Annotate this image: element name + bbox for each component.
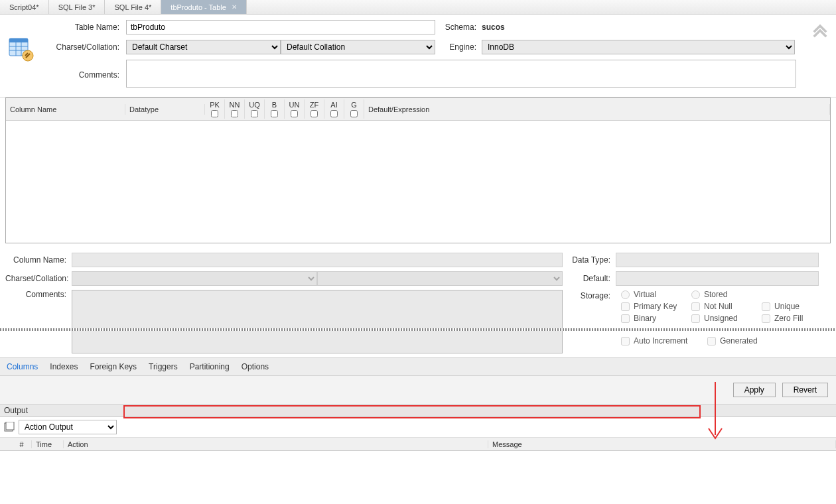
svg-rect-9 [6, 422, 14, 430]
column-charset-select [72, 271, 317, 286]
check-binary[interactable]: Binary [621, 314, 678, 323]
output-columns-header: # Time Action Message [0, 438, 836, 451]
subtab-triggers[interactable]: Triggers [147, 361, 179, 373]
check-zero-fill[interactable]: Zero Fill [762, 314, 819, 323]
output-col-time[interactable]: Time [32, 440, 64, 448]
output-toolbar: Action Output [0, 417, 836, 438]
engine-select[interactable]: InnoDB [482, 40, 795, 54]
check-auto-increment[interactable]: Auto Increment [621, 336, 694, 346]
radio-stored[interactable]: Stored [691, 290, 748, 299]
grid-header-g[interactable]: G [344, 99, 364, 119]
schema-value: sucos [482, 23, 505, 32]
output-history-icon[interactable] [4, 422, 15, 432]
grid-header-b[interactable]: B [265, 99, 285, 119]
subtab-indexes[interactable]: Indexes [48, 361, 79, 373]
check-not-null[interactable]: Not Null [691, 302, 748, 311]
tab-label: SQL File 4* [114, 3, 151, 11]
tab-script04[interactable]: Script04* [0, 0, 49, 14]
tab-label: tbProduto - Table [171, 3, 226, 11]
collapse-panel-icon[interactable] [811, 21, 829, 40]
revert-button[interactable]: Revert [782, 383, 828, 397]
grid-header-zf[interactable]: ZF [305, 99, 324, 119]
label-data-type: Data Type: [563, 255, 616, 265]
column-details: Column Name: Data Type: Charset/Collatio… [0, 249, 836, 353]
subtab-options[interactable]: Options [240, 361, 270, 373]
label-charset-collation2: Charset/Collation: [5, 274, 72, 283]
output-col-action[interactable]: Action [64, 440, 488, 448]
collation-select[interactable]: Default Collation [281, 40, 435, 54]
output-col-message[interactable]: Message [488, 440, 836, 448]
default-input [616, 271, 819, 286]
table-name-input[interactable] [126, 20, 435, 34]
label-table-name: Table Name: [5, 23, 126, 32]
editor-tabbar: Script04* SQL File 3* SQL File 4* tbProd… [0, 0, 836, 15]
check-primary-key[interactable]: Primary Key [621, 302, 678, 311]
check-unsigned[interactable]: Unsigned [691, 314, 748, 323]
editor-subtabs: Columns Indexes Foreign Keys Triggers Pa… [0, 357, 836, 376]
columns-grid[interactable]: Column Name Datatype PK NN UQ B UN ZF AI… [5, 97, 831, 243]
apply-button[interactable]: Apply [733, 383, 776, 397]
svg-rect-1 [9, 38, 28, 42]
grid-header-row: Column Name Datatype PK NN UQ B UN ZF AI… [6, 98, 830, 121]
charset-select[interactable]: Default Charset [126, 40, 281, 54]
radio-virtual[interactable]: Virtual [621, 290, 678, 299]
label-comments2: Comments: [5, 290, 72, 299]
close-icon[interactable]: ✕ [232, 3, 237, 11]
subtab-columns[interactable]: Columns [5, 361, 39, 373]
column-name-input [72, 253, 563, 267]
label-schema: Schema: [435, 23, 482, 32]
table-icon [8, 36, 36, 64]
column-comments-input [72, 290, 563, 353]
output-type-select[interactable]: Action Output [19, 420, 117, 434]
table-comments-input[interactable] [126, 60, 796, 88]
subtab-partitioning[interactable]: Partitioning [188, 361, 231, 373]
check-generated[interactable]: Generated [707, 336, 764, 346]
label-storage: Storage: [563, 290, 616, 300]
output-col-num[interactable]: # [12, 440, 32, 448]
apply-revert-bar: Apply Revert [0, 376, 836, 405]
tab-label: Script04* [9, 3, 39, 11]
column-collation-select [317, 271, 563, 286]
label-engine: Engine: [435, 42, 482, 52]
tab-sqlfile3[interactable]: SQL File 3* [49, 0, 105, 14]
grid-header-nn[interactable]: NN [225, 99, 245, 119]
grid-header-column-name[interactable]: Column Name [6, 104, 125, 115]
data-type-input [616, 253, 819, 267]
check-unique[interactable]: Unique [762, 302, 819, 311]
tab-sqlfile4[interactable]: SQL File 4* [105, 0, 161, 14]
grid-header-pk[interactable]: PK [205, 99, 225, 119]
tab-tbproduto[interactable]: tbProduto - Table ✕ [161, 0, 247, 14]
table-header-form: Table Name: Schema: sucos Charset/Collat… [0, 15, 836, 97]
tab-label: SQL File 3* [58, 3, 96, 11]
label-default: Default: [563, 274, 616, 283]
annotation-highlight [123, 405, 701, 418]
grid-header-uq[interactable]: UQ [245, 99, 265, 119]
grid-header-default[interactable]: Default/Expression [364, 104, 830, 115]
grid-header-ai[interactable]: AI [324, 99, 344, 119]
grid-header-datatype[interactable]: Datatype [125, 104, 205, 115]
grid-header-un[interactable]: UN [285, 99, 305, 119]
subtab-foreign-keys[interactable]: Foreign Keys [88, 361, 138, 373]
label-column-name: Column Name: [5, 255, 72, 265]
